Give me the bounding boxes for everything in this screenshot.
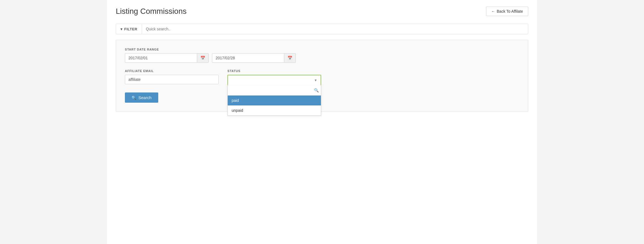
affiliate-email-label: AFFILIATE EMAIL bbox=[125, 69, 219, 73]
dropdown-option-unpaid[interactable]: unpaid bbox=[228, 105, 321, 115]
search-button-row: 🔍 Search bbox=[125, 92, 519, 103]
calendar-to-button[interactable]: 📅 bbox=[284, 54, 296, 62]
filter-chevron-icon: ▾ bbox=[120, 27, 123, 31]
date-range-label: START DATE RANGE bbox=[125, 48, 519, 51]
quick-search-input[interactable] bbox=[142, 24, 528, 34]
search-button-label: Search bbox=[138, 95, 152, 100]
search-button-icon: 🔍 bbox=[132, 96, 136, 100]
fields-row: AFFILIATE EMAIL STATUS ▼ 🔍 bbox=[125, 69, 519, 86]
date-range-row: START DATE RANGE 📅 📅 bbox=[125, 48, 519, 63]
status-select-display[interactable]: ▼ bbox=[228, 75, 321, 85]
calendar-from-icon: 📅 bbox=[200, 56, 205, 60]
date-to-wrapper: 📅 bbox=[212, 53, 296, 63]
calendar-to-icon: 📅 bbox=[288, 56, 292, 60]
back-to-affiliate-button[interactable]: ← Back To Affilate bbox=[486, 7, 528, 16]
status-dropdown-popup: 🔍 paid unpaid bbox=[227, 85, 321, 116]
dropdown-search-icon: 🔍 bbox=[314, 88, 319, 92]
date-inputs-container: 📅 📅 bbox=[125, 53, 519, 63]
search-button[interactable]: 🔍 Search bbox=[125, 92, 158, 103]
back-button-label: Back To Affilate bbox=[497, 9, 523, 14]
back-arrow-icon: ← bbox=[491, 9, 495, 14]
affiliate-email-input[interactable] bbox=[125, 75, 219, 84]
status-label: STATUS bbox=[227, 69, 321, 73]
page-title: Listing Commissions bbox=[116, 7, 187, 16]
status-group: STATUS ▼ 🔍 paid unpaid bbox=[227, 69, 321, 86]
dropdown-option-paid[interactable]: paid bbox=[228, 96, 321, 105]
date-to-input[interactable] bbox=[212, 54, 284, 62]
filter-toggle-button[interactable]: ▾ FILTER bbox=[116, 24, 142, 34]
page-header: Listing Commissions ← Back To Affilate bbox=[116, 7, 528, 16]
calendar-from-button[interactable]: 📅 bbox=[197, 54, 208, 62]
filter-panel: START DATE RANGE 📅 📅 bbox=[116, 40, 528, 112]
filter-bar: ▾ FILTER bbox=[116, 24, 528, 34]
status-chevron-down-icon: ▼ bbox=[314, 78, 317, 82]
date-from-input[interactable] bbox=[125, 54, 197, 62]
dropdown-search-input[interactable] bbox=[230, 86, 314, 94]
filter-toggle-label: FILTER bbox=[124, 27, 138, 31]
status-select-wrapper: ▼ 🔍 paid unpaid bbox=[227, 75, 321, 86]
dropdown-search-wrapper: 🔍 bbox=[228, 85, 321, 96]
page-wrapper: Listing Commissions ← Back To Affilate ▾… bbox=[107, 0, 537, 244]
affiliate-email-group: AFFILIATE EMAIL bbox=[125, 69, 219, 84]
date-from-wrapper: 📅 bbox=[125, 53, 209, 63]
